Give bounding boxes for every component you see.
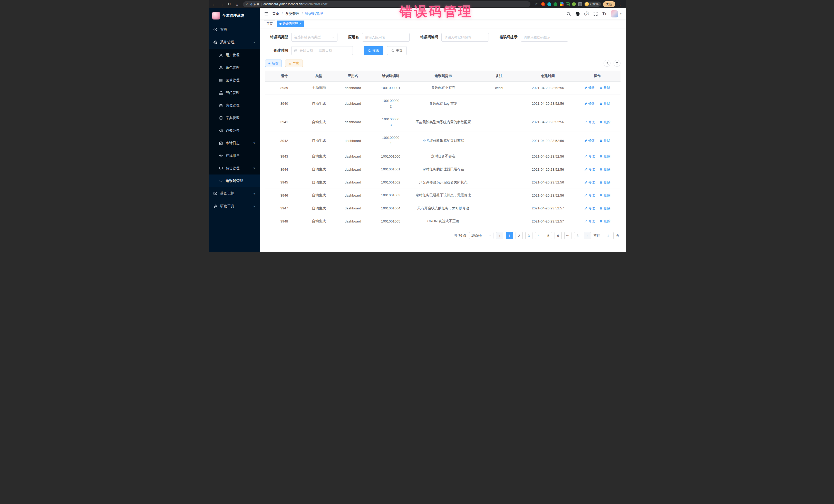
edit-link[interactable]: 修改 <box>584 193 595 198</box>
tab-close-icon[interactable]: × <box>300 22 301 25</box>
sidebar-item-roles[interactable]: 角色管理 <box>208 61 260 74</box>
toggle-search-button[interactable] <box>603 60 611 67</box>
pagination-page-5[interactable]: 5 <box>545 232 552 239</box>
reset-button[interactable]: 重置 <box>387 46 407 55</box>
github-icon[interactable] <box>575 12 580 16</box>
error-type-select[interactable]: 请选择错误码类型 <box>291 33 337 42</box>
sidebar-item-online-users[interactable]: 在线用户 <box>208 149 260 162</box>
delete-link[interactable]: 删除 <box>599 167 610 172</box>
delete-link[interactable]: 删除 <box>599 85 610 90</box>
pagination-page-3[interactable]: 3 <box>525 232 532 239</box>
delete-link[interactable]: 删除 <box>599 120 610 125</box>
security-label: 不安全 <box>250 2 259 6</box>
delete-link[interactable]: 删除 <box>599 193 610 198</box>
cell-message: 定时任务不存在 <box>410 150 477 163</box>
refresh-table-button[interactable] <box>614 60 620 67</box>
edit-link[interactable]: 修改 <box>584 85 595 90</box>
pagination-ellipsis[interactable]: ••• <box>564 232 571 239</box>
edit-link[interactable]: 修改 <box>584 101 595 106</box>
avatar-caret-icon[interactable]: ▾ <box>620 13 621 15</box>
address-bar[interactable]: ⚠ 不安全 dashboard.yudao.iocoder.cn/system/… <box>243 1 530 7</box>
fullscreen-icon[interactable] <box>593 12 598 16</box>
export-button[interactable]: 导出 <box>285 60 303 67</box>
edit-link[interactable]: 修改 <box>584 180 595 185</box>
pagination-page-4[interactable]: 4 <box>535 232 542 239</box>
cell-actions: 修改 删除 <box>574 189 620 202</box>
chrome-update-button[interactable]: 更新 <box>603 1 615 7</box>
pagination-page-1[interactable]: 1 <box>506 232 513 239</box>
delete-link[interactable]: 删除 <box>599 206 610 211</box>
back-icon[interactable]: ← <box>211 2 217 6</box>
pagination-page-8[interactable]: 8 <box>574 232 581 239</box>
edit-link[interactable]: 修改 <box>584 206 595 211</box>
home-icon[interactable]: ⌂ <box>234 2 240 6</box>
extension-icon-grid[interactable] <box>560 2 564 6</box>
reload-icon[interactable]: ↻ <box>226 2 232 6</box>
pagination-page-2[interactable]: 2 <box>515 232 523 239</box>
pagination-next-button[interactable]: › <box>584 232 591 239</box>
sidebar-item-devtools[interactable]: 研发工具 ∨ <box>208 200 260 213</box>
cell-message: 参数配置不存在 <box>410 81 477 94</box>
edit-link[interactable]: 修改 <box>584 138 595 143</box>
sidebar-item-dictionary[interactable]: 字典管理 <box>208 112 260 124</box>
help-icon[interactable]: ? <box>584 12 589 16</box>
header-actions: ? TT ▾ <box>566 10 621 18</box>
font-size-icon[interactable]: TT <box>602 12 607 16</box>
sidebar-item-infrastructure[interactable]: 基础设施 ∨ <box>208 187 260 200</box>
breadcrumb-system[interactable]: 系统管理 <box>285 12 299 16</box>
extension-icon-teal[interactable] <box>547 2 551 6</box>
sidebar-item-menus[interactable]: 菜单管理 <box>208 74 260 86</box>
delete-link-label: 删除 <box>603 154 610 159</box>
list-icon <box>219 78 223 82</box>
edit-link[interactable]: 修改 <box>584 167 595 172</box>
cell-message: 不能删除类型为系统内置的参数配置 <box>410 113 477 131</box>
extension-icon-leaf[interactable] <box>572 2 576 6</box>
search-button[interactable]: 搜索 <box>364 46 383 55</box>
page-size-value: 10条/页 <box>471 234 482 238</box>
edit-link[interactable]: 修改 <box>584 120 595 125</box>
filter-label-type: 错误码类型 <box>265 35 288 40</box>
sidebar-item-posts[interactable]: 岗位管理 <box>208 99 260 112</box>
sidebar-item-error-code[interactable]: 错误码管理 <box>208 175 260 187</box>
breadcrumb-home[interactable]: 首页 <box>272 12 280 16</box>
app-name-input[interactable] <box>362 33 410 42</box>
page-size-select[interactable]: 10条/页 <box>469 232 493 239</box>
sidebar-item-notices[interactable]: 通知公告 <box>208 124 260 137</box>
forward-icon[interactable]: → <box>219 2 224 6</box>
extensions-puzzle-icon[interactable] <box>578 2 582 6</box>
pagination-page-6[interactable]: 6 <box>554 232 562 239</box>
sidebar-item-users[interactable]: 用户管理 <box>208 49 260 61</box>
sidebar-item-audit-log[interactable]: 审计日志 ∨ <box>208 137 260 149</box>
sidebar-item-system[interactable]: 系统管理 ∧ <box>208 36 260 49</box>
extension-icon-green[interactable] <box>553 2 557 6</box>
extension-icon-on[interactable]: on <box>566 2 570 6</box>
add-button[interactable]: + 新增 <box>265 60 282 67</box>
cell-created: 2021-04-20 23:52:56 <box>522 163 574 176</box>
user-avatar[interactable] <box>611 10 618 18</box>
error-code-input[interactable] <box>441 33 489 42</box>
delete-link[interactable]: 删除 <box>599 101 610 106</box>
page-goto-input[interactable] <box>603 232 614 239</box>
browser-menu-icon[interactable]: ⋮ <box>617 2 623 6</box>
sidebar-item-departments[interactable]: 部门管理 <box>208 86 260 99</box>
extension-icon-red[interactable] <box>541 2 545 6</box>
delete-link[interactable]: 删除 <box>599 154 610 159</box>
delete-link[interactable]: 删除 <box>599 219 610 223</box>
tab-home[interactable]: 首页 <box>264 21 275 27</box>
date-range-picker[interactable]: 开始日期 - 结束日期 <box>291 46 353 55</box>
search-icon <box>605 62 609 65</box>
delete-link[interactable]: 删除 <box>599 180 610 185</box>
profile-paused-badge[interactable]: 已暂停 <box>584 2 601 7</box>
sidebar-item-label: 错误码管理 <box>226 179 243 183</box>
search-icon[interactable] <box>566 12 571 16</box>
bookmark-star-icon[interactable]: ☆ <box>533 2 539 6</box>
error-hint-input[interactable] <box>521 33 568 42</box>
edit-link[interactable]: 修改 <box>584 154 595 159</box>
sidebar-toggle-icon[interactable] <box>264 12 269 16</box>
sidebar-item-sms[interactable]: 短信管理 ∨ <box>208 162 260 175</box>
edit-link[interactable]: 修改 <box>584 219 595 223</box>
tab-error-code[interactable]: 错误码管理 × <box>277 21 304 27</box>
sidebar-item-home[interactable]: 首页 <box>208 23 260 36</box>
pagination-prev-button[interactable]: ‹ <box>496 232 503 239</box>
delete-link[interactable]: 删除 <box>599 138 610 143</box>
